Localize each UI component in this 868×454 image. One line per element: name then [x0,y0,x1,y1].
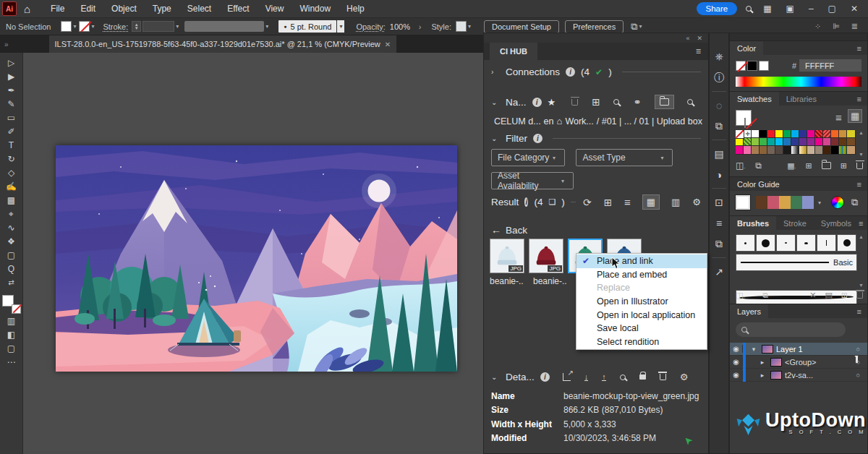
menu-help[interactable]: Help [339,1,372,17]
opacity-next-icon[interactable]: › [419,22,422,31]
result-settings-icon[interactable]: ⚙ [692,197,701,207]
tab-swatches[interactable]: Swatches [730,92,779,106]
delete-icon[interactable] [571,99,578,106]
visibility-eye-icon[interactable]: ◉ [730,371,743,379]
stroke-swatch[interactable] [79,21,90,32]
context-menu-item[interactable]: Open in local application [576,308,707,322]
asset-thumbnail[interactable]: JPG [529,239,563,273]
swatch[interactable] [799,146,807,154]
details-chevron-icon[interactable]: ⌄ [491,373,500,381]
menu-edit[interactable]: Edit [73,1,103,17]
restore-button[interactable]: ▢ [825,4,839,14]
harmony-swatch[interactable] [779,196,791,209]
stroke-width-field[interactable] [142,21,174,32]
swatch[interactable] [736,138,744,146]
shaper-tool[interactable]: ✍ [3,179,20,193]
rectangle-tool[interactable]: ▭ [3,111,20,124]
swatch[interactable] [823,138,831,146]
swatch[interactable] [783,138,791,146]
swatch[interactable]: ✛ [744,130,752,138]
add-collection-icon[interactable]: ⊞ [592,96,600,108]
brush-item[interactable] [736,234,755,252]
context-menu-item[interactable]: ✔Place and link [576,254,707,268]
stroke-dropdown-icon[interactable]: ▾ [91,23,94,30]
swatch[interactable] [847,130,855,138]
tab-libraries[interactable]: Libraries [779,92,824,106]
layers-search-input[interactable] [736,322,846,337]
menu-type[interactable]: Type [145,1,179,17]
minimize-button[interactable]: – [806,4,817,14]
swatch[interactable] [775,130,783,138]
upload-icon[interactable]: ↑ [602,373,606,381]
stroke-width-dropdown-icon[interactable]: ▾ [176,23,179,30]
grid-view-button[interactable]: ▦ [643,195,659,209]
document-tab[interactable]: ILST-28.0.0-en_US-17519788-5f63-45f0-a33… [49,35,397,53]
brush-item[interactable] [837,234,856,252]
new-swatch-icon[interactable]: ⊞ [841,161,847,171]
scale-tool[interactable]: ◇ [3,166,20,179]
lock-icon[interactable] [639,374,646,380]
harmony-swatch[interactable] [802,196,814,209]
preferences-button[interactable]: Preferences [565,20,624,33]
harmony-swatch[interactable] [756,196,767,209]
stroke-color-indicator[interactable] [12,304,21,314]
swatch[interactable] [799,138,807,146]
harmony-swatch[interactable] [767,196,779,209]
delete-brush-icon[interactable] [856,292,863,299]
opacity-label[interactable]: Opacity: [356,22,385,31]
document-setup-button[interactable]: Document Setup [484,20,559,33]
layer-chevron-icon[interactable]: ▾ [749,346,759,353]
layer-target-icon[interactable]: ○ [856,359,860,366]
swatch[interactable] [799,130,807,138]
more-tools-icon[interactable]: ⋯ [3,355,20,369]
swatch-themes-icon[interactable]: ⧉ [755,160,762,171]
context-menu-item[interactable]: Save local [576,322,707,335]
gradient-tool[interactable]: ▩ [3,193,20,207]
arrange-icon[interactable]: ⧉ [631,21,637,33]
context-menu-item[interactable]: Open in Illustrator [576,295,707,309]
share-button[interactable]: Share [697,2,738,15]
context-menu-item[interactable]: Place and embed [576,268,707,282]
details-settings-icon[interactable]: ⚙ [680,372,689,382]
new-brush-icon[interactable]: ⊞ [841,291,848,300]
profile-dropdown-icon[interactable]: ▾ [265,23,268,30]
edit-colors-icon[interactable]: ⧉ [851,197,858,208]
context-menu-item[interactable]: Select rendition [576,335,707,349]
swatch[interactable] [831,146,839,154]
brush-item[interactable] [756,234,775,252]
swatch-kind-icon[interactable]: ▦. [787,161,796,171]
brush-scrollbar[interactable]: ▲▼ [859,234,864,288]
swap-colors-icon[interactable]: ⇄ [3,275,20,289]
connections-info-icon[interactable]: i [566,67,575,77]
swatch[interactable] [760,146,767,154]
none-swatch[interactable] [736,61,746,71]
fill-stroke-indicator[interactable] [2,295,21,314]
nav-info-icon[interactable]: i [532,98,542,107]
tab-overflow-icon[interactable]: » [4,40,9,48]
brush-dropdown-icon[interactable]: ▾ [337,20,344,33]
brush-item[interactable] [776,234,796,252]
rotate-tool[interactable]: ↻ [3,152,20,166]
swatch[interactable] [839,138,847,146]
tab-stroke[interactable]: Stroke [776,216,814,231]
swatch[interactable] [752,138,760,146]
duplicate-panel-icon[interactable]: ⧉ [709,116,729,137]
layer-chevron-icon[interactable]: ▸ [757,359,767,366]
blend-tool[interactable]: ∿ [3,220,20,234]
delete-swatch-icon[interactable] [856,163,863,169]
swatch[interactable] [815,146,823,154]
symbol-sprayer-tool[interactable]: ❖ [3,234,20,248]
layer-row[interactable]: ◉▾Layer 1○ [730,343,867,356]
folder-browse-button[interactable] [655,95,673,108]
swatch[interactable] [791,138,799,146]
swatch[interactable] [783,146,791,154]
properties-panel-icon[interactable]: ⎈ [709,46,729,67]
swatch[interactable] [760,130,767,138]
swatch[interactable] [752,146,760,154]
asset-availability-dropdown[interactable]: Asset Availability ▾ [491,172,574,189]
swatch-libraries-icon[interactable]: ◫. [736,160,745,171]
zoom-search-icon[interactable] [613,99,619,105]
back-row[interactable]: ← Back [484,224,535,236]
breadcrumb-root[interactable]: Work... [565,116,593,127]
expand-results-icon[interactable]: ⊞ [604,197,612,208]
